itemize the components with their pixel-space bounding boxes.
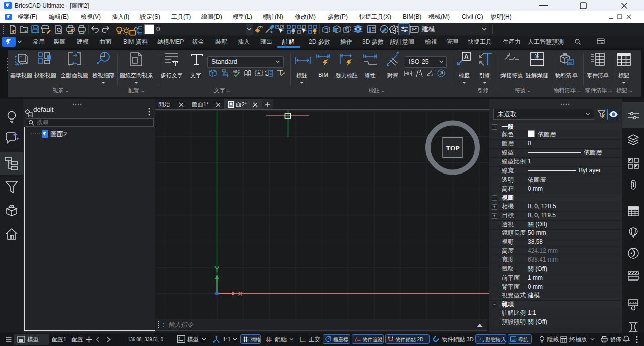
svg-text:TOP: TOP	[446, 144, 460, 152]
svg-text:ABC: ABC	[233, 70, 240, 73]
svg-text:A: A	[464, 53, 469, 60]
svg-text:T: T	[79, 52, 81, 56]
svg-text:T: T	[68, 63, 71, 67]
